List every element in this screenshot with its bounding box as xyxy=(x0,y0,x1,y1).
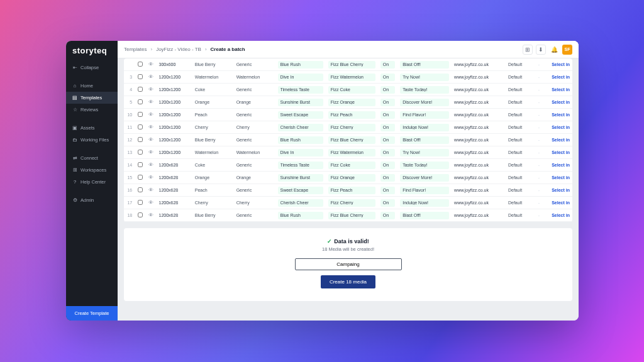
row-checkbox[interactable] xyxy=(135,146,145,159)
row-checkbox[interactable] xyxy=(135,71,145,84)
cell-headline[interactable] xyxy=(275,209,326,222)
sidebar-item-help-center[interactable]: ?Help Center xyxy=(66,176,118,188)
cell-product[interactable] xyxy=(326,71,378,84)
cell-on[interactable] xyxy=(378,172,397,184)
cell-on[interactable] xyxy=(378,121,397,134)
eye-icon[interactable]: 👁 xyxy=(145,209,156,222)
select-in-link[interactable]: Select in xyxy=(543,71,572,84)
select-in-link[interactable]: Select in xyxy=(543,134,572,146)
sidebar-item-workspaces[interactable]: ⊞Workspaces xyxy=(66,164,118,176)
eye-icon[interactable]: 👁 xyxy=(145,58,156,71)
cell-headline[interactable] xyxy=(275,159,326,172)
sidebar-item-admin[interactable]: ⚙Admin xyxy=(66,194,118,206)
cell-on[interactable] xyxy=(378,134,397,146)
row-checkbox[interactable] xyxy=(135,96,145,109)
select-in-link[interactable]: Select in xyxy=(543,184,572,197)
eye-icon[interactable]: 👁 xyxy=(145,96,156,109)
eye-icon[interactable]: 👁 xyxy=(145,184,156,197)
cell-headline[interactable] xyxy=(275,96,326,109)
cell-headline[interactable] xyxy=(275,172,326,184)
cell-headline[interactable] xyxy=(275,197,326,209)
cell-headline[interactable] xyxy=(275,134,326,146)
grid-icon[interactable]: ⊞ xyxy=(523,45,533,55)
cell-headline[interactable] xyxy=(275,184,326,197)
sidebar-item-templates[interactable]: ▤Templates xyxy=(66,92,118,104)
cell-cta[interactable] xyxy=(397,134,452,146)
row-checkbox[interactable] xyxy=(135,159,145,172)
sidebar-item-home[interactable]: ⌂Home xyxy=(66,80,118,92)
cell-headline[interactable] xyxy=(275,84,326,96)
cell-product[interactable] xyxy=(326,96,378,109)
eye-icon[interactable]: 👁 xyxy=(145,159,156,172)
cell-product[interactable] xyxy=(326,58,378,71)
select-in-link[interactable]: Select in xyxy=(543,84,572,96)
campaign-input[interactable] xyxy=(295,258,402,270)
select-in-link[interactable]: Select in xyxy=(543,172,572,184)
cell-product[interactable] xyxy=(326,197,378,209)
cell-cta[interactable] xyxy=(397,146,452,159)
cell-product[interactable] xyxy=(326,184,378,197)
eye-icon[interactable]: 👁 xyxy=(145,197,156,209)
eye-icon[interactable]: 👁 xyxy=(145,146,156,159)
cell-cta[interactable] xyxy=(397,109,452,121)
cell-on[interactable] xyxy=(378,84,397,96)
create-media-button[interactable]: Create 18 media xyxy=(321,275,375,288)
cell-headline[interactable] xyxy=(275,58,326,71)
cell-cta[interactable] xyxy=(397,159,452,172)
eye-icon[interactable]: 👁 xyxy=(145,134,156,146)
cell-product[interactable] xyxy=(326,134,378,146)
sidebar-item-working-files[interactable]: 🗀Working Files xyxy=(66,134,118,146)
row-checkbox[interactable] xyxy=(135,109,145,121)
cell-on[interactable] xyxy=(378,146,397,159)
eye-icon[interactable]: 👁 xyxy=(145,109,156,121)
cell-product[interactable] xyxy=(326,109,378,121)
create-template-button[interactable]: Create Template xyxy=(66,306,118,321)
row-checkbox[interactable] xyxy=(135,58,145,71)
cell-on[interactable] xyxy=(378,109,397,121)
cell-cta[interactable] xyxy=(397,96,452,109)
eye-icon[interactable]: 👁 xyxy=(145,172,156,184)
eye-icon[interactable]: 👁 xyxy=(145,121,156,134)
cell-headline[interactable] xyxy=(275,146,326,159)
download-icon[interactable]: ⬇ xyxy=(536,45,546,55)
cell-product[interactable] xyxy=(326,159,378,172)
cell-cta[interactable] xyxy=(397,58,452,71)
cell-product[interactable] xyxy=(326,172,378,184)
select-in-link[interactable]: Select in xyxy=(543,209,572,222)
row-checkbox[interactable] xyxy=(135,184,145,197)
breadcrumb-1[interactable]: JoyFizz - Video - TB xyxy=(156,47,201,52)
cell-cta[interactable] xyxy=(397,209,452,222)
cell-on[interactable] xyxy=(378,209,397,222)
breadcrumb-0[interactable]: Templates xyxy=(124,47,147,52)
sidebar-item-connect[interactable]: ⇄Connect xyxy=(66,152,118,164)
cell-cta[interactable] xyxy=(397,184,452,197)
row-checkbox[interactable] xyxy=(135,134,145,146)
select-in-link[interactable]: Select in xyxy=(543,96,572,109)
cell-on[interactable] xyxy=(378,71,397,84)
row-checkbox[interactable] xyxy=(135,84,145,96)
cell-cta[interactable] xyxy=(397,172,452,184)
select-in-link[interactable]: Select in xyxy=(543,58,572,71)
cell-on[interactable] xyxy=(378,197,397,209)
cell-product[interactable] xyxy=(326,121,378,134)
select-in-link[interactable]: Select in xyxy=(543,146,572,159)
cell-on[interactable] xyxy=(378,184,397,197)
row-checkbox[interactable] xyxy=(135,121,145,134)
cell-product[interactable] xyxy=(326,84,378,96)
row-checkbox[interactable] xyxy=(135,172,145,184)
cell-on[interactable] xyxy=(378,58,397,71)
cell-cta[interactable] xyxy=(397,121,452,134)
select-in-link[interactable]: Select in xyxy=(543,197,572,209)
cell-cta[interactable] xyxy=(397,71,452,84)
cell-product[interactable] xyxy=(326,146,378,159)
select-in-link[interactable]: Select in xyxy=(543,109,572,121)
cell-on[interactable] xyxy=(378,159,397,172)
cell-headline[interactable] xyxy=(275,71,326,84)
cell-product[interactable] xyxy=(326,209,378,222)
cell-on[interactable] xyxy=(378,96,397,109)
eye-icon[interactable]: 👁 xyxy=(145,84,156,96)
select-in-link[interactable]: Select in xyxy=(543,159,572,172)
cell-cta[interactable] xyxy=(397,197,452,209)
row-checkbox[interactable] xyxy=(135,209,145,222)
cell-cta[interactable] xyxy=(397,84,452,96)
